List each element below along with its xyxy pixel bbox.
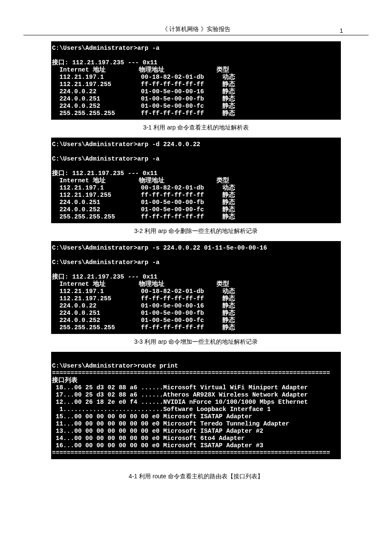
caption-3-3: 3-3 利用 arp 命令增加一些主机的地址解析记录 [0,338,392,346]
section-3-3: C:\Users\Administrator>arp -s 224.0.0.22… [0,241,392,346]
caption-4-1: 4-1 利用 route 命令查看主机的路由表【接口列表】 [0,473,392,480]
page-number: 1 [340,27,343,34]
page: 《 计算机网络 》实验报告 1 C:\Users\Administrator>a… [0,0,392,503]
caption-3-1: 3-1 利用 arp 命令查看主机的地址解析表 [0,124,392,132]
terminal-output-3-3: C:\Users\Administrator>arp -s 224.0.0.22… [51,241,341,334]
terminal-output-4-1: C:\Users\Administrator>route print =====… [51,352,341,459]
header-divider [23,35,369,35]
caption-3-2: 3-2 利用 arp 命令删除一些主机的地址解析记录 [0,227,392,235]
page-header: 《 计算机网络 》实验报告 [0,26,392,33]
section-3-2: C:\Users\Administrator>arp -d 224.0.0.22… [0,138,392,235]
section-3-1: C:\Users\Administrator>arp -a 接口: 112.21… [0,41,392,132]
terminal-output-3-1: C:\Users\Administrator>arp -a 接口: 112.21… [51,41,341,120]
section-4-1: C:\Users\Administrator>route print =====… [0,352,392,480]
terminal-output-3-2: C:\Users\Administrator>arp -d 224.0.0.22… [51,138,341,223]
header-title: 《 计算机网络 》实验报告 [0,26,392,33]
